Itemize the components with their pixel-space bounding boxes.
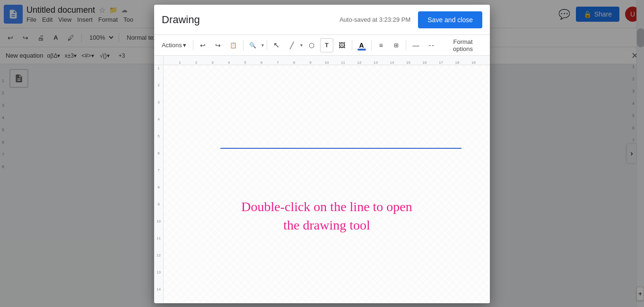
shape-tool-button[interactable]: ⬡ [305,38,318,52]
ruler-top-19: 19 [471,60,476,65]
drawing-title: Drawing [162,14,339,26]
ruler-left-6: 6 [154,150,163,167]
toolbar-divider-d1 [193,40,193,51]
ruler-top-15: 15 [406,60,410,65]
ruler-top-16: 16 [423,60,427,65]
textbox-tool-button[interactable]: T [320,38,333,52]
line-dash-button[interactable]: - - [425,38,438,52]
toolbar-divider-d4 [352,40,352,51]
format-options-button[interactable]: Format options [440,36,486,54]
autosave-text: Auto-saved at 3:23:29 PM [339,16,410,23]
ruler-left-7: 7 [154,167,163,184]
color-button[interactable]: A [355,38,368,52]
actions-label: Actions [162,42,182,49]
ruler-top-8: 8 [293,60,295,65]
canvas-white-overlay [164,65,490,303]
ruler-top-4: 4 [228,60,230,65]
save-and-close-button[interactable]: Save and close [418,11,482,28]
toolbar-divider-d2 [243,40,244,51]
ruler-top-1: 1 [179,60,181,65]
ruler-left-14: 14 [154,286,163,303]
ruler-left-9: 9 [154,201,163,218]
ruler-top-5: 5 [244,60,246,65]
actions-button[interactable]: Actions ▾ [158,40,190,51]
drawing-redo-button[interactable]: ↪ [211,38,225,52]
color-text-icon: A [359,42,364,49]
ruler-top-10: 10 [325,60,329,65]
ruler-top-17: 17 [439,60,443,65]
ruler-left-10: 10 [154,218,163,235]
drawing-canvas[interactable]: 1 2 3 4 5 6 7 8 9 10 11 12 13 14 15 16 1 [164,56,490,303]
ruler-top-13: 13 [374,60,378,65]
actions-arrow-icon: ▾ [183,42,186,49]
toolbar-divider-d5 [371,40,372,51]
ruler-top-3: 3 [211,60,213,65]
ruler-top-11: 11 [341,60,345,65]
ruler-left-13: 13 [154,269,163,286]
ruler-top-7: 7 [277,60,278,65]
ruler-top-18: 18 [455,60,460,65]
drawing-dialog-header: Drawing Auto-saved at 3:23:29 PM Save an… [154,5,490,35]
ruler-left-1: 1 [154,65,163,82]
drawing-canvas-wrapper: 1 2 3 4 5 6 7 8 9 10 11 12 13 14 [154,56,490,303]
ruler-top-9: 9 [309,60,311,65]
ruler-left-12: 12 [154,252,163,269]
align-button[interactable]: ≡ [374,38,388,52]
line-arrow-icon: ▾ [300,43,303,48]
line-tool-button[interactable]: ╱ [285,38,298,52]
ruler-left: 1 2 3 4 5 6 7 8 9 10 11 12 13 14 [154,56,164,303]
line-solid-button[interactable]: — [409,38,422,52]
ruler-top: 1 2 3 4 5 6 7 8 9 10 11 12 13 14 15 16 1 [164,56,490,65]
distribute-button[interactable]: ⊞ [390,38,403,52]
select-tool-button[interactable]: ↖ [270,38,283,52]
zoom-button[interactable]: 🔍 [246,38,260,52]
image-tool-button[interactable]: 🖼 [335,38,348,52]
ruler-left-4: 4 [154,116,163,133]
ruler-left-8: 8 [154,184,163,201]
drawing-clipboard-button[interactable]: 📋 [226,38,240,52]
ruler-left-5: 5 [154,133,163,150]
ruler-numbers-left: 1 2 3 4 5 6 7 8 9 10 11 12 13 14 [154,65,163,303]
ruler-left-2: 2 [154,82,163,99]
ruler-top-6: 6 [261,60,262,65]
drawing-overlay: Drawing Auto-saved at 3:23:29 PM Save an… [0,0,644,307]
zoom-arrow-icon: ▾ [261,43,264,48]
toolbar-divider-d6 [406,40,406,51]
drawing-line-element[interactable] [220,148,461,149]
drawing-instruction-text: Double-click on the line to openthe draw… [164,197,490,234]
ruler-corner [154,56,163,65]
toolbar-divider-d3 [267,40,267,51]
ruler-top-14: 14 [390,60,394,65]
drawing-toolbar: Actions ▾ ↩ ↪ 📋 🔍 ▾ ↖ ╱ ▾ ⬡ T 🖼 A ≡ [154,35,490,56]
drawing-undo-button[interactable]: ↩ [196,38,209,52]
canvas-drawing-area[interactable]: Double-click on the line to openthe draw… [164,65,490,303]
ruler-left-3: 3 [154,99,163,116]
drawing-dialog: Drawing Auto-saved at 3:23:29 PM Save an… [154,5,490,303]
ruler-top-12: 12 [357,60,362,65]
ruler-left-11: 11 [154,235,163,252]
ruler-top-2: 2 [195,60,197,65]
